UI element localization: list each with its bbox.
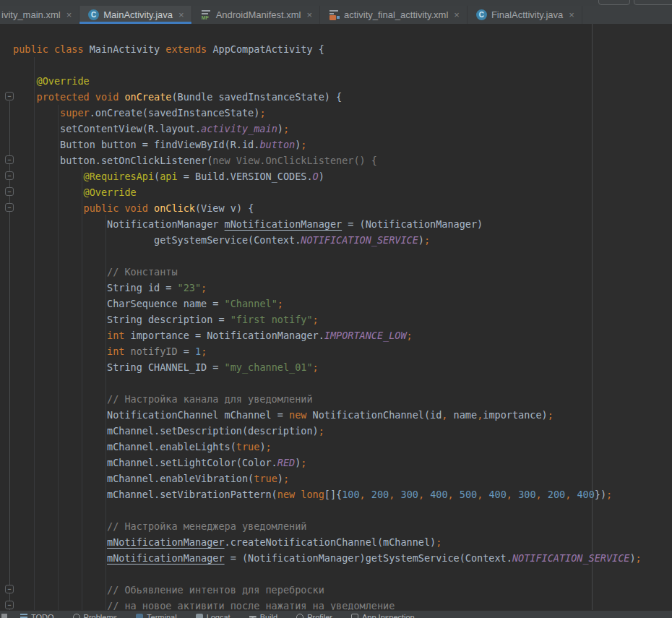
tool-window-button-build[interactable]: Build bbox=[249, 613, 277, 618]
code-token: O bbox=[313, 171, 319, 182]
code-line[interactable]: @RequiresApi(api = Build.VERSION_CODES.O… bbox=[13, 168, 642, 184]
tool-window-button-app-inspection[interactable]: App Inspection bbox=[351, 613, 415, 618]
code-line[interactable] bbox=[13, 566, 642, 582]
code-token: ; bbox=[548, 409, 553, 421]
code-line[interactable]: public class MainActivity extends AppCom… bbox=[13, 41, 642, 57]
code-token: public void bbox=[13, 202, 154, 214]
code-token: super bbox=[60, 107, 90, 119]
code-fold-icon[interactable]: − bbox=[5, 155, 14, 164]
device-selector-group[interactable] bbox=[634, 0, 672, 5]
code-fold-icon[interactable]: − bbox=[5, 92, 14, 100]
code-line[interactable]: @Override bbox=[13, 184, 642, 200]
code-content[interactable]: public class MainActivity extends AppCom… bbox=[13, 41, 642, 610]
code-line[interactable]: mNotificationManager = (NotificationMana… bbox=[13, 550, 642, 566]
tab-label: activity_final_acttivity.xml bbox=[344, 9, 448, 20]
tool-window-button-todo[interactable]: TODO bbox=[20, 613, 54, 618]
code-line[interactable]: mNotificationManager.createNotificationC… bbox=[13, 534, 642, 550]
code-line[interactable]: NotificationManager mNotificationManager… bbox=[13, 216, 642, 232]
tab-label: ivity_main.xml bbox=[1, 9, 61, 20]
code-line[interactable]: mChannel.setDescription(description); bbox=[13, 423, 642, 439]
code-line[interactable]: // на новое активити после нажатия на ув… bbox=[13, 598, 642, 610]
code-token: 200 bbox=[548, 489, 565, 500]
code-line[interactable]: mChannel.setVibrationPattern(new long[]{… bbox=[13, 486, 642, 502]
code-token: ) bbox=[418, 234, 424, 246]
code-line[interactable]: String description = "first notify"; bbox=[13, 312, 642, 327]
code-line[interactable]: Button button = findViewById(R.id.button… bbox=[13, 137, 642, 153]
code-token bbox=[13, 330, 107, 341]
tool-window-button-terminal[interactable]: Terminal bbox=[136, 613, 177, 618]
code-line[interactable]: // Обьявление интентов для переброски bbox=[13, 582, 642, 598]
tool-window-button-label: Profiler bbox=[307, 613, 332, 618]
code-token: 200 bbox=[371, 489, 389, 500]
code-token: 300 bbox=[401, 489, 418, 500]
code-line[interactable] bbox=[13, 248, 642, 264]
code-line[interactable]: mChannel.enableVibration(true); bbox=[13, 471, 642, 486]
code-line[interactable] bbox=[13, 57, 642, 73]
tab-close-icon[interactable]: × bbox=[454, 9, 460, 20]
build-icon bbox=[249, 614, 257, 618]
tab-label: AndroidManifest.xml bbox=[216, 9, 301, 20]
editor-tab-androidmanifest-xml[interactable]: MFAndroidManifest.xml× bbox=[192, 6, 320, 24]
code-token: ) bbox=[277, 123, 283, 134]
tool-window-button-profiler[interactable]: Profiler bbox=[296, 613, 332, 618]
code-line[interactable]: getSystemService(Context.NOTIFICATION_SE… bbox=[13, 232, 642, 248]
editor-tab-finalacttivity-java[interactable]: CFinalActtivity.java× bbox=[468, 6, 582, 24]
editor-tab-ivity-main-xml[interactable]: ivity_main.xml× bbox=[0, 6, 79, 24]
code-line[interactable]: // Константы bbox=[13, 264, 642, 280]
code-fold-icon[interactable]: − bbox=[5, 601, 14, 609]
code-line[interactable]: // Настройка менеджера уведомлений bbox=[13, 518, 642, 534]
code-line[interactable]: // Настройка канала для уведомлений bbox=[13, 391, 642, 407]
code-line[interactable] bbox=[13, 502, 642, 518]
code-line[interactable]: String id = "23"; bbox=[13, 280, 642, 296]
run-button-group[interactable] bbox=[598, 0, 630, 5]
code-token: IMPORTANCE_LOW bbox=[324, 330, 407, 341]
code-line[interactable]: super.onCreate(savedInstanceState); bbox=[13, 105, 642, 121]
tool-window-button-problems[interactable]: Problems bbox=[73, 613, 117, 618]
code-fold-icon[interactable]: − bbox=[5, 171, 14, 180]
code-token: NotificationManager bbox=[13, 218, 225, 230]
code-token: importance = NotificationManager. bbox=[124, 330, 324, 341]
code-line[interactable]: CharSequence name = "Channel"; bbox=[13, 296, 642, 312]
tool-window-stripe-icon[interactable] bbox=[1, 614, 7, 618]
code-token: ; bbox=[259, 107, 265, 119]
code-line[interactable]: int notifyID = 1; bbox=[13, 343, 642, 359]
todo-icon bbox=[20, 614, 27, 618]
code-line[interactable]: @Override bbox=[13, 73, 642, 89]
code-token: ; bbox=[283, 473, 289, 484]
code-line[interactable]: mChannel.setLightColor(Color.RED); bbox=[13, 455, 642, 471]
code-token: ; bbox=[301, 457, 306, 468]
code-token bbox=[13, 186, 84, 198]
code-line[interactable]: NotificationChannel mChannel = new Notif… bbox=[13, 407, 642, 423]
code-token bbox=[13, 75, 37, 87]
code-line[interactable]: mChannel.enableLights(true); bbox=[13, 439, 642, 455]
code-token: , bbox=[565, 489, 577, 500]
code-fold-icon[interactable]: − bbox=[5, 585, 14, 593]
tab-close-icon[interactable]: × bbox=[66, 9, 72, 20]
code-editor[interactable]: public class MainActivity extends AppCom… bbox=[0, 24, 672, 610]
code-fold-icon[interactable]: − bbox=[5, 203, 14, 212]
tab-close-icon[interactable]: × bbox=[306, 9, 312, 20]
code-token: activity_main bbox=[201, 123, 277, 134]
tab-close-icon[interactable]: × bbox=[569, 9, 574, 20]
code-line[interactable]: setContentView(R.layout.activity_main); bbox=[13, 121, 642, 137]
tab-close-icon[interactable]: × bbox=[178, 9, 184, 20]
code-fold-icon[interactable]: − bbox=[5, 187, 14, 196]
code-token: = Build.VERSION_CODES. bbox=[178, 171, 313, 182]
code-line[interactable]: String CHANNEL_ID = "my_channel_01"; bbox=[13, 359, 642, 375]
tool-window-button-logcat[interactable]: Logcat bbox=[196, 613, 231, 618]
code-token: ; bbox=[436, 536, 441, 548]
code-token: , bbox=[418, 489, 430, 500]
code-token: // Константы bbox=[107, 266, 178, 278]
code-line[interactable] bbox=[13, 375, 642, 391]
code-line[interactable]: public void onClick(View v) { bbox=[13, 200, 642, 216]
code-line[interactable]: int importance = NotificationManager.IMP… bbox=[13, 327, 642, 343]
tool-window-button-label: Terminal bbox=[147, 613, 177, 618]
code-token: setContentView(R.layout. bbox=[13, 123, 201, 134]
editor-tab-mainactivity-java[interactable]: CMainActivity.java× bbox=[79, 6, 191, 24]
code-line[interactable]: protected void onCreate(Bundle savedInst… bbox=[13, 89, 642, 105]
code-token: public class bbox=[13, 43, 90, 55]
code-token: "Channel" bbox=[225, 298, 277, 309]
code-token bbox=[13, 171, 84, 182]
code-line[interactable]: button.setOnClickListener(new View.OnCli… bbox=[13, 153, 642, 168]
editor-tab-activity-final-acttivity-xml[interactable]: activity_final_acttivity.xml× bbox=[320, 6, 468, 24]
